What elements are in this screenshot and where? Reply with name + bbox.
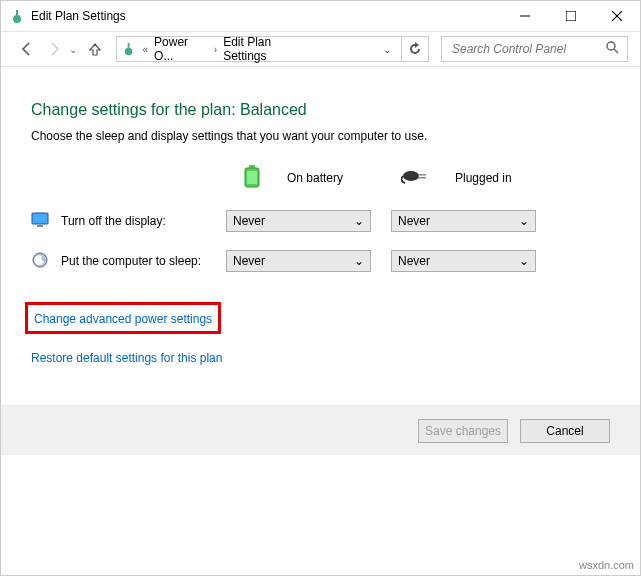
window-title: Edit Plan Settings <box>31 9 126 23</box>
app-icon <box>9 8 25 24</box>
svg-rect-14 <box>418 174 426 176</box>
sleep-battery-value: Never <box>233 254 265 268</box>
display-plugged-value: Never <box>398 214 430 228</box>
address-icon <box>121 41 136 57</box>
cancel-button[interactable]: Cancel <box>520 419 610 443</box>
sleep-icon <box>31 251 49 272</box>
svg-rect-1 <box>16 10 18 16</box>
chevron-down-icon: ⌄ <box>519 254 529 268</box>
sleep-label: Put the computer to sleep: <box>61 254 201 268</box>
page-subtext: Choose the sleep and display settings th… <box>31 129 610 143</box>
svg-rect-3 <box>566 11 576 21</box>
display-label: Turn off the display: <box>61 214 166 228</box>
chevron-down-icon: ⌄ <box>519 214 529 228</box>
display-label-group: Turn off the display: <box>31 212 226 231</box>
advanced-settings-link[interactable]: Change advanced power settings <box>34 312 212 326</box>
svg-point-6 <box>125 48 133 56</box>
svg-rect-16 <box>32 213 48 224</box>
save-button: Save changes <box>418 419 508 443</box>
page-heading: Change settings for the plan: Balanced <box>31 101 610 119</box>
chevron-down-icon: ⌄ <box>354 214 364 228</box>
battery-icon <box>241 163 275 192</box>
plugged-in-header: Plugged in <box>401 163 561 192</box>
chevron-right-icon: › <box>212 44 219 55</box>
address-dropdown-icon[interactable]: ⌄ <box>377 44 397 55</box>
search-icon[interactable] <box>605 40 619 58</box>
plugged-in-label: Plugged in <box>455 171 512 185</box>
svg-point-13 <box>403 171 419 181</box>
sleep-battery-dropdown[interactable]: Never ⌄ <box>226 250 371 272</box>
sleep-label-group: Put the computer to sleep: <box>31 251 226 272</box>
up-button[interactable] <box>81 35 108 63</box>
navigation-bar: ⌄ « Power O... › Edit Plan Settings ⌄ <box>1 31 640 67</box>
column-headers: On battery Plugged in <box>241 163 610 192</box>
refresh-button[interactable] <box>402 36 429 62</box>
breadcrumb-power-options[interactable]: Power O... <box>150 35 212 63</box>
minimize-button[interactable] <box>502 1 548 31</box>
highlight-annotation: Change advanced power settings <box>25 302 221 334</box>
content-area: Change settings for the plan: Balanced C… <box>1 67 640 366</box>
watermark: wsxdn.com <box>579 559 634 571</box>
sleep-plugged-dropdown[interactable]: Never ⌄ <box>391 250 536 272</box>
search-input[interactable] <box>450 41 605 57</box>
display-battery-value: Never <box>233 214 265 228</box>
svg-rect-15 <box>418 177 426 179</box>
title-bar: Edit Plan Settings <box>1 1 640 31</box>
recent-dropdown-icon[interactable]: ⌄ <box>69 44 77 55</box>
on-battery-label: On battery <box>287 171 343 185</box>
svg-rect-17 <box>37 225 43 227</box>
breadcrumb-edit-plan[interactable]: Edit Plan Settings <box>219 35 317 63</box>
display-icon <box>31 212 49 231</box>
chevron-left-icon[interactable]: « <box>141 44 151 55</box>
sleep-row: Put the computer to sleep: Never ⌄ Never… <box>31 250 610 272</box>
sleep-plugged-value: Never <box>398 254 430 268</box>
forward-button <box>40 35 67 63</box>
footer-bar: Save changes Cancel <box>1 405 640 455</box>
maximize-button[interactable] <box>548 1 594 31</box>
close-button[interactable] <box>594 1 640 31</box>
restore-defaults-link[interactable]: Restore default settings for this plan <box>31 351 222 365</box>
svg-point-8 <box>607 42 615 50</box>
address-bar[interactable]: « Power O... › Edit Plan Settings ⌄ <box>116 36 401 62</box>
display-plugged-dropdown[interactable]: Never ⌄ <box>391 210 536 232</box>
display-battery-dropdown[interactable]: Never ⌄ <box>226 210 371 232</box>
on-battery-header: On battery <box>241 163 401 192</box>
display-row: Turn off the display: Never ⌄ Never ⌄ <box>31 210 610 232</box>
search-box[interactable] <box>441 36 628 62</box>
svg-rect-7 <box>128 43 130 49</box>
back-button[interactable] <box>13 35 40 63</box>
plug-icon <box>401 167 443 188</box>
svg-line-9 <box>614 49 618 53</box>
svg-rect-12 <box>247 171 257 184</box>
chevron-down-icon: ⌄ <box>354 254 364 268</box>
svg-point-0 <box>13 15 21 23</box>
